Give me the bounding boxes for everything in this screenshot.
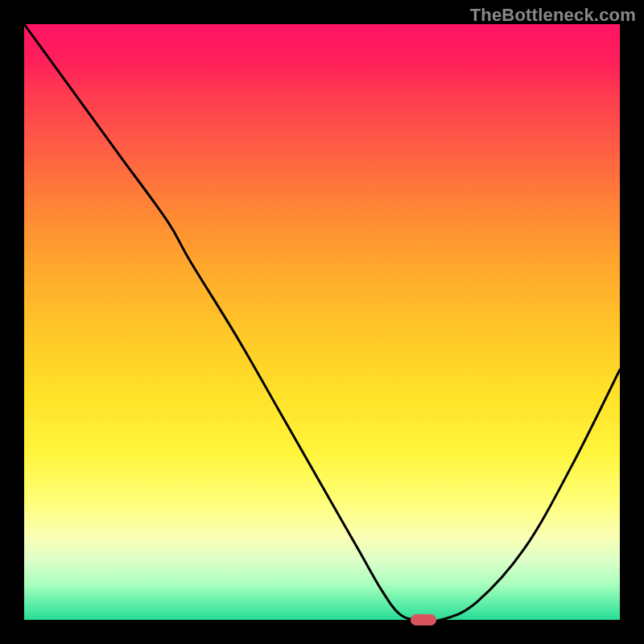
chart-background-gradient <box>24 24 620 620</box>
bottleneck-marker <box>411 614 436 625</box>
watermark-text: TheBottleneck.com <box>470 5 636 26</box>
chart-frame: TheBottleneck.com <box>0 0 644 644</box>
